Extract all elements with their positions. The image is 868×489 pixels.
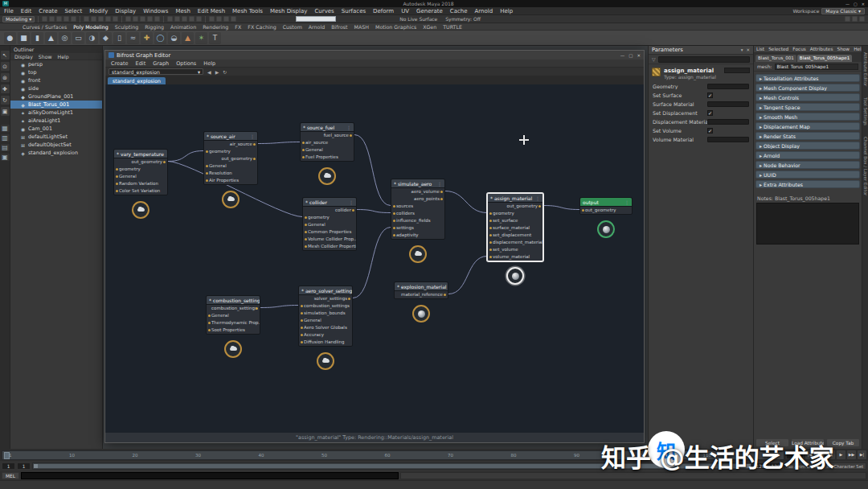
outliner-item-cam-001[interactable]: ◉Cam_001: [10, 125, 102, 133]
node-icon-vary_temperature[interactable]: [132, 201, 149, 219]
ae-tab-blast-torus-005hape1[interactable]: Blast_Torus_005hape1: [797, 55, 852, 62]
port-combustion_settings-general[interactable]: General: [207, 312, 260, 319]
port-source_air-out-geometry[interactable]: out_geometry: [204, 155, 257, 162]
menu-mesh[interactable]: Mesh: [175, 8, 190, 14]
shelf-icon-gear[interactable]: ✚: [141, 32, 153, 44]
param-checkbox-set-volume[interactable]: ✓: [707, 128, 713, 134]
port-assign_material-out-geometry[interactable]: out_geometry: [488, 203, 542, 210]
open-scene-icon[interactable]: [49, 16, 55, 22]
panel-tab-attribute-editor[interactable]: Attribute Editor: [863, 52, 868, 86]
menu-help[interactable]: Help: [500, 8, 513, 14]
port-simulate_aero-aero-volume[interactable]: aero_volume: [391, 188, 444, 195]
edge-vary_temperature-to-source_air[interactable]: [168, 151, 203, 162]
node-assign_material[interactable]: * assign_material⋮out_geometrygeometryse…: [487, 193, 543, 261]
lasso-select-tool[interactable]: ⊙: [1, 62, 10, 71]
close-icon[interactable]: ✕: [746, 47, 750, 52]
menu-mesh-display[interactable]: Mesh Display: [270, 8, 307, 14]
step-back-key-button[interactable]: ◀◀: [816, 450, 825, 459]
no-live-surface-label[interactable]: No Live Surface: [399, 16, 437, 22]
port-combustion_settings-combustion-settings[interactable]: combustion_settings: [207, 305, 260, 312]
port-aero_solver_settings-aero-solver-globals[interactable]: Aero Solver Globals: [299, 324, 352, 331]
port-aero_solver_settings-diffusion-handling[interactable]: Diffusion Handling: [299, 339, 352, 346]
node-menu-icon[interactable]: ⋮: [535, 194, 540, 202]
shelf-tab-fx[interactable]: FX: [235, 24, 241, 30]
graph-menu-graph[interactable]: Graph: [153, 60, 169, 67]
shelf-icon-paint-effects[interactable]: ✶: [195, 32, 207, 44]
quick-selection-field[interactable]: [296, 16, 336, 22]
ae-section-tessellation-attributes[interactable]: ▸ Tessellation Attributes: [755, 74, 860, 82]
outliner-item-top[interactable]: ◉top: [10, 68, 102, 76]
minimize-icon[interactable]: —: [620, 53, 625, 58]
ae-menu-help[interactable]: Help: [854, 47, 862, 51]
port-source_fuel-fuel-source[interactable]: fuel_source: [301, 132, 354, 139]
ae-menu-selected[interactable]: Selected: [768, 47, 788, 51]
copy-icon[interactable]: [91, 16, 96, 22]
port-collider-common-properties[interactable]: Common Properties: [303, 228, 356, 236]
range-slider-bar-fill[interactable]: [34, 464, 751, 468]
outliner-item-groundplane-001[interactable]: ◆GroundPlane_001: [10, 92, 102, 101]
ae-button-copy-tab[interactable]: Copy Tab: [826, 438, 860, 447]
port-assign_material-set-volume[interactable]: set_volume: [488, 246, 542, 253]
menu-generate[interactable]: Generate: [416, 8, 443, 14]
menu-cache[interactable]: Cache: [450, 8, 468, 14]
outliner-item-side[interactable]: ◉side: [10, 84, 102, 92]
ae-section-mesh-controls[interactable]: ▸ Mesh Controls: [755, 93, 860, 101]
workspace-dropdown[interactable]: Maya Classic ▾: [821, 8, 865, 14]
outliner-menu-help[interactable]: Help: [58, 54, 69, 59]
graph-menu-options[interactable]: Options: [176, 60, 196, 67]
shelf-icon-super-ellipse[interactable]: ◒: [168, 32, 180, 44]
node-explosion_material[interactable]: * explosion_material⋮material_reference: [394, 281, 448, 299]
menu-edit-mesh[interactable]: Edit Mesh: [198, 8, 225, 14]
node-title-bar[interactable]: * aero_solver_settings⋮: [299, 286, 352, 295]
ae-section-object-display[interactable]: ▸ Object Display: [755, 142, 860, 150]
port-vary_temperature-general[interactable]: General: [114, 173, 167, 180]
help-icon[interactable]: [859, 16, 865, 22]
minimize-icon[interactable]: —: [845, 2, 850, 6]
port-simulate_aero-sources[interactable]: sources: [391, 203, 444, 210]
sort-icon[interactable]: [845, 16, 850, 22]
ae-menu-show[interactable]: Show: [837, 47, 850, 51]
select-by-hierarchy-icon[interactable]: [105, 16, 111, 22]
port-collider-volume-collider-prop[interactable]: Volume Collider Prop...: [303, 236, 356, 243]
port-source_air-air-properties[interactable]: Air Properties: [204, 177, 257, 184]
shelf-icon-polygon-plane[interactable]: ▭: [72, 32, 84, 44]
current-time-indicator[interactable]: [4, 452, 10, 459]
port-vary_temperature-geometry[interactable]: geometry: [114, 166, 167, 173]
shelf-tab-bifrost[interactable]: Bifrost: [331, 24, 347, 30]
menu-file[interactable]: File: [4, 8, 14, 14]
edge-source_fuel-to-simulate_aero[interactable]: [354, 135, 391, 206]
cut-icon[interactable]: [84, 16, 89, 22]
outliner-item-blast-torus-001[interactable]: ◆Blast_Torus_001: [10, 101, 102, 109]
param-checkbox-set-displacement[interactable]: ✓: [707, 110, 713, 116]
node-title-bar[interactable]: * assign_material⋮: [488, 194, 542, 203]
menu-arnold[interactable]: Arnold: [475, 8, 493, 14]
ae-section-extra-attributes[interactable]: ▸ Extra Attributes: [755, 180, 860, 188]
node-icon-source_air[interactable]: [222, 191, 240, 208]
current-frame-field[interactable]: 1: [786, 451, 804, 459]
menu-windows[interactable]: Windows: [143, 8, 168, 14]
shelf-icon-soccer-ball[interactable]: ◯: [154, 32, 166, 44]
node-title-bar[interactable]: * collider⋮: [303, 198, 356, 207]
shelf-tab-sculpting[interactable]: Sculpting: [115, 24, 138, 30]
port-aero_solver_settings-solver-settings[interactable]: solver_settings: [299, 295, 352, 302]
port-assign_material-surface-material[interactable]: surface_material: [488, 224, 542, 232]
node-title-bar[interactable]: * vary_temperature⋮: [114, 150, 167, 158]
step-back-frame-button[interactable]: ◀: [826, 450, 835, 459]
outliner-item-persp[interactable]: ◉persp: [10, 60, 102, 68]
port-vary_temperature-color-set-variation[interactable]: Color Set Variation: [114, 187, 167, 195]
menu-set-dropdown[interactable]: Modeling ▾: [2, 16, 35, 23]
node-icon-aero_solver_settings[interactable]: [317, 352, 334, 370]
port-source_air-resolution[interactable]: Resolution: [204, 170, 257, 177]
maximize-icon[interactable]: ▢: [628, 53, 633, 58]
edge-simulate_aero-to-assign_material[interactable]: [445, 191, 487, 213]
port-collider-mesh-collider-properti[interactable]: Mesh Collider Properti...: [303, 243, 356, 250]
input-connections-icon[interactable]: [182, 16, 187, 22]
ae-section-mesh-component-display[interactable]: ▸ Mesh Component Display: [755, 84, 860, 92]
character-set-dropdown[interactable]: No Character Set: [824, 462, 866, 470]
node-icon-source_fuel[interactable]: [318, 167, 336, 185]
node-aero_solver_settings[interactable]: * aero_solver_settings⋮solver_settingsco…: [298, 286, 353, 347]
node-menu-icon[interactable]: ⋮: [250, 132, 255, 140]
close-icon[interactable]: ✕: [637, 53, 641, 58]
node-name-field[interactable]: [724, 68, 750, 73]
bifrost-graph-editor-window[interactable]: Bifrost Graph Editor —▢✕ CreateEditGraph…: [104, 50, 645, 443]
